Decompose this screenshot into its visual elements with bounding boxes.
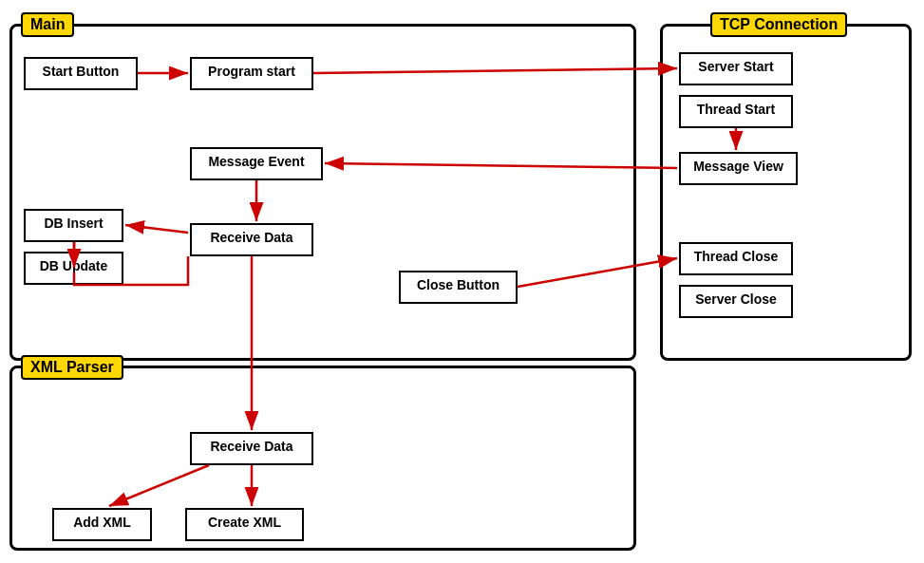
db-insert-box: DB Insert: [24, 209, 123, 242]
receive-data-xml-box: Receive Data: [190, 432, 313, 465]
main-label: Main: [21, 12, 74, 37]
thread-close-box: Thread Close: [679, 242, 793, 275]
add-xml-box: Add XML: [52, 508, 152, 541]
receive-data-main-box: Receive Data: [190, 223, 313, 256]
create-xml-box: Create XML: [185, 508, 304, 541]
diagram-container: Main TCP Connection XML Parser Start But…: [0, 0, 924, 563]
server-start-box: Server Start: [679, 52, 793, 85]
program-start-box: Program start: [190, 57, 313, 90]
tcp-label: TCP Connection: [710, 12, 847, 37]
message-view-box: Message View: [679, 152, 798, 185]
thread-start-box: Thread Start: [679, 95, 793, 128]
close-button-box: Close Button: [399, 271, 518, 304]
db-update-box: DB Update: [24, 252, 123, 285]
server-close-box: Server Close: [679, 285, 793, 318]
message-event-box: Message Event: [190, 147, 323, 180]
start-button-box: Start Button: [24, 57, 138, 90]
xml-label: XML Parser: [21, 355, 123, 380]
